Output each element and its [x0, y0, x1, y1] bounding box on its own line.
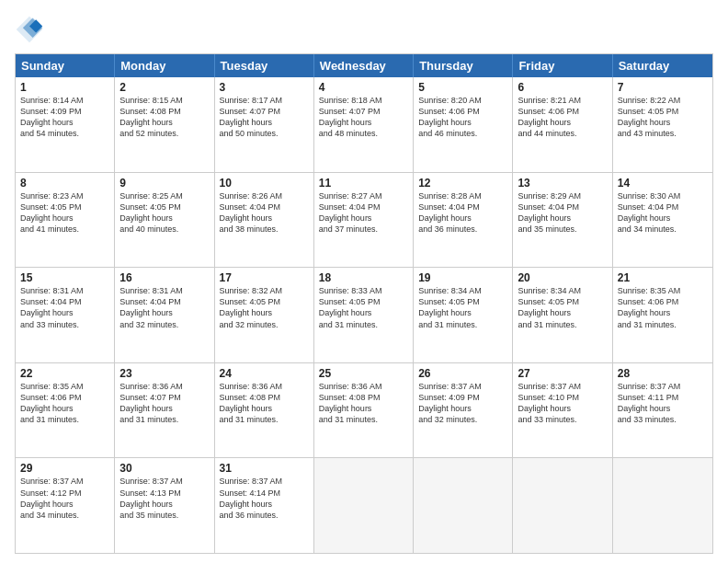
day-info: Sunrise: 8:21 AMSunset: 4:06 PMDaylight …: [518, 95, 607, 140]
day-header-saturday: Saturday: [613, 54, 712, 77]
day-info: Sunrise: 8:37 AMSunset: 4:13 PMDaylight …: [119, 476, 209, 521]
day-info: Sunrise: 8:31 AMSunset: 4:04 PMDaylight …: [20, 285, 109, 330]
day-cell-6: 6Sunrise: 8:21 AMSunset: 4:06 PMDaylight…: [513, 77, 612, 172]
day-info: Sunrise: 8:32 AMSunset: 4:05 PMDaylight …: [220, 285, 309, 330]
day-number: 13: [518, 177, 607, 190]
day-info: Sunrise: 8:34 AMSunset: 4:05 PMDaylight …: [418, 285, 507, 330]
week-row-5: 29Sunrise: 8:37 AMSunset: 4:12 PMDayligh…: [16, 457, 712, 553]
empty-cell: [613, 458, 712, 553]
day-cell-21: 21Sunrise: 8:35 AMSunset: 4:06 PMDayligh…: [613, 268, 712, 362]
day-header-thursday: Thursday: [414, 54, 513, 77]
day-number: 20: [518, 271, 607, 284]
day-info: Sunrise: 8:23 AMSunset: 4:05 PMDaylight …: [20, 190, 109, 236]
day-info: Sunrise: 8:30 AMSunset: 4:04 PMDaylight …: [618, 190, 708, 236]
day-number: 10: [220, 177, 309, 190]
day-cell-3: 3Sunrise: 8:17 AMSunset: 4:07 PMDaylight…: [215, 77, 314, 172]
calendar-header: SundayMondayTuesdayWednesdayThursdayFrid…: [16, 54, 712, 77]
day-header-sunday: Sunday: [16, 54, 115, 77]
day-cell-28: 28Sunrise: 8:37 AMSunset: 4:11 PMDayligh…: [613, 363, 712, 458]
day-cell-9: 9Sunrise: 8:25 AMSunset: 4:05 PMDaylight…: [115, 173, 214, 268]
day-info: Sunrise: 8:22 AMSunset: 4:05 PMDaylight …: [618, 95, 708, 140]
day-cell-19: 19Sunrise: 8:34 AMSunset: 4:05 PMDayligh…: [414, 268, 513, 362]
day-cell-7: 7Sunrise: 8:22 AMSunset: 4:05 PMDaylight…: [613, 77, 712, 172]
day-info: Sunrise: 8:20 AMSunset: 4:06 PMDaylight …: [418, 95, 507, 140]
day-header-wednesday: Wednesday: [314, 54, 414, 77]
day-number: 22: [20, 367, 109, 380]
day-info: Sunrise: 8:29 AMSunset: 4:04 PMDaylight …: [518, 190, 607, 236]
day-cell-2: 2Sunrise: 8:15 AMSunset: 4:08 PMDaylight…: [115, 77, 214, 172]
day-cell-15: 15Sunrise: 8:31 AMSunset: 4:04 PMDayligh…: [16, 268, 115, 362]
day-info: Sunrise: 8:17 AMSunset: 4:07 PMDaylight …: [220, 95, 309, 140]
day-number: 11: [319, 177, 408, 190]
logo: [15, 15, 48, 44]
day-number: 29: [20, 462, 109, 475]
day-cell-1: 1Sunrise: 8:14 AMSunset: 4:09 PMDaylight…: [16, 77, 115, 172]
day-cell-11: 11Sunrise: 8:27 AMSunset: 4:04 PMDayligh…: [314, 173, 414, 268]
day-number: 7: [618, 81, 708, 94]
day-number: 21: [618, 271, 708, 284]
day-cell-16: 16Sunrise: 8:31 AMSunset: 4:04 PMDayligh…: [115, 268, 214, 362]
calendar: SundayMondayTuesdayWednesdayThursdayFrid…: [15, 53, 713, 554]
day-number: 14: [618, 177, 708, 190]
week-row-1: 1Sunrise: 8:14 AMSunset: 4:09 PMDaylight…: [16, 77, 712, 172]
day-cell-26: 26Sunrise: 8:37 AMSunset: 4:09 PMDayligh…: [414, 363, 513, 458]
day-cell-17: 17Sunrise: 8:32 AMSunset: 4:05 PMDayligh…: [215, 268, 314, 362]
day-cell-8: 8Sunrise: 8:23 AMSunset: 4:05 PMDaylight…: [16, 173, 115, 268]
day-info: Sunrise: 8:14 AMSunset: 4:09 PMDaylight …: [20, 95, 109, 140]
day-info: Sunrise: 8:37 AMSunset: 4:09 PMDaylight …: [418, 381, 507, 426]
empty-cell: [314, 458, 414, 553]
day-cell-29: 29Sunrise: 8:37 AMSunset: 4:12 PMDayligh…: [16, 458, 115, 553]
day-cell-18: 18Sunrise: 8:33 AMSunset: 4:05 PMDayligh…: [314, 268, 414, 362]
day-number: 5: [418, 81, 507, 94]
day-info: Sunrise: 8:37 AMSunset: 4:14 PMDaylight …: [220, 476, 309, 521]
day-number: 25: [319, 367, 408, 380]
day-number: 6: [518, 81, 607, 94]
week-row-3: 15Sunrise: 8:31 AMSunset: 4:04 PMDayligh…: [16, 267, 712, 362]
day-cell-25: 25Sunrise: 8:36 AMSunset: 4:08 PMDayligh…: [314, 363, 414, 458]
day-info: Sunrise: 8:26 AMSunset: 4:04 PMDaylight …: [220, 190, 309, 236]
empty-cell: [414, 458, 513, 553]
day-header-friday: Friday: [513, 54, 612, 77]
day-number: 31: [220, 462, 309, 475]
day-info: Sunrise: 8:15 AMSunset: 4:08 PMDaylight …: [119, 95, 209, 140]
day-cell-5: 5Sunrise: 8:20 AMSunset: 4:06 PMDaylight…: [414, 77, 513, 172]
day-number: 4: [319, 81, 408, 94]
day-cell-24: 24Sunrise: 8:36 AMSunset: 4:08 PMDayligh…: [215, 363, 314, 458]
day-number: 19: [418, 271, 507, 284]
day-number: 8: [20, 177, 109, 190]
day-number: 18: [319, 271, 408, 284]
day-info: Sunrise: 8:27 AMSunset: 4:04 PMDaylight …: [319, 190, 408, 236]
day-number: 2: [119, 81, 209, 94]
day-info: Sunrise: 8:18 AMSunset: 4:07 PMDaylight …: [319, 95, 408, 140]
day-cell-27: 27Sunrise: 8:37 AMSunset: 4:10 PMDayligh…: [513, 363, 612, 458]
day-info: Sunrise: 8:36 AMSunset: 4:07 PMDaylight …: [119, 381, 209, 426]
day-cell-4: 4Sunrise: 8:18 AMSunset: 4:07 PMDaylight…: [314, 77, 414, 172]
day-cell-12: 12Sunrise: 8:28 AMSunset: 4:04 PMDayligh…: [414, 173, 513, 268]
day-cell-13: 13Sunrise: 8:29 AMSunset: 4:04 PMDayligh…: [513, 173, 612, 268]
day-header-tuesday: Tuesday: [215, 54, 314, 77]
day-cell-20: 20Sunrise: 8:34 AMSunset: 4:05 PMDayligh…: [513, 268, 612, 362]
day-info: Sunrise: 8:25 AMSunset: 4:05 PMDaylight …: [119, 190, 209, 236]
calendar-page: SundayMondayTuesdayWednesdayThursdayFrid…: [0, 0, 728, 563]
calendar-body: 1Sunrise: 8:14 AMSunset: 4:09 PMDaylight…: [16, 77, 712, 553]
day-number: 24: [220, 367, 309, 380]
day-number: 15: [20, 271, 109, 284]
day-cell-30: 30Sunrise: 8:37 AMSunset: 4:13 PMDayligh…: [115, 458, 214, 553]
day-number: 27: [518, 367, 607, 380]
day-info: Sunrise: 8:28 AMSunset: 4:04 PMDaylight …: [418, 190, 507, 236]
day-info: Sunrise: 8:37 AMSunset: 4:10 PMDaylight …: [518, 381, 607, 426]
day-number: 17: [220, 271, 309, 284]
day-info: Sunrise: 8:36 AMSunset: 4:08 PMDaylight …: [220, 381, 309, 426]
empty-cell: [513, 458, 612, 553]
week-row-4: 22Sunrise: 8:35 AMSunset: 4:06 PMDayligh…: [16, 362, 712, 458]
logo-icon: [15, 15, 44, 44]
day-number: 9: [119, 177, 209, 190]
day-info: Sunrise: 8:37 AMSunset: 4:11 PMDaylight …: [618, 381, 708, 426]
day-cell-10: 10Sunrise: 8:26 AMSunset: 4:04 PMDayligh…: [215, 173, 314, 268]
day-number: 28: [618, 367, 708, 380]
week-row-2: 8Sunrise: 8:23 AMSunset: 4:05 PMDaylight…: [16, 172, 712, 268]
day-cell-31: 31Sunrise: 8:37 AMSunset: 4:14 PMDayligh…: [215, 458, 314, 553]
day-cell-23: 23Sunrise: 8:36 AMSunset: 4:07 PMDayligh…: [115, 363, 214, 458]
day-cell-22: 22Sunrise: 8:35 AMSunset: 4:06 PMDayligh…: [16, 363, 115, 458]
day-number: 26: [418, 367, 507, 380]
